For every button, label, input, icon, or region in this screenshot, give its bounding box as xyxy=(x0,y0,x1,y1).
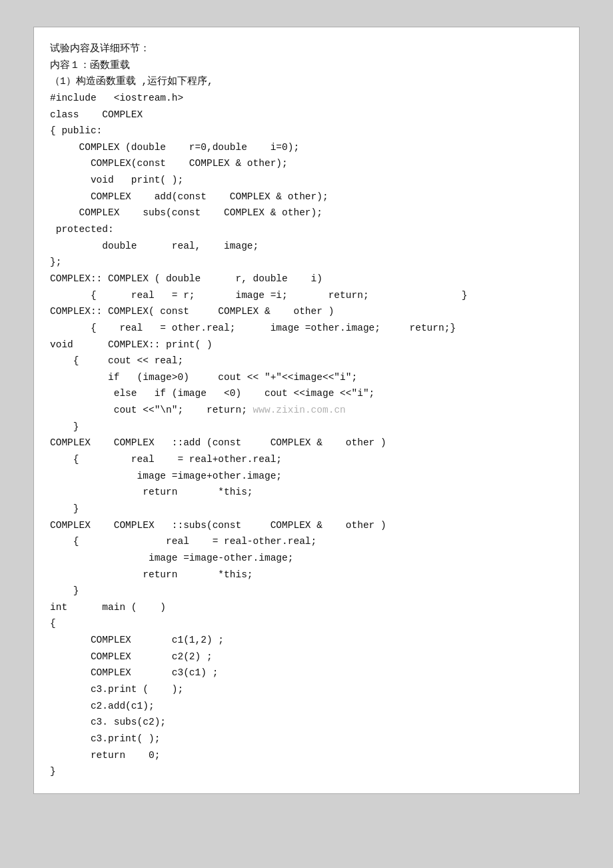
watermark-text: www.zixin.com.cn xyxy=(253,405,346,415)
code-block: 试验内容及详细环节： 内容１：函数重载 （1）构造函数重载 ,运行如下程序, #… xyxy=(50,41,563,780)
code-container: 试验内容及详细环节： 内容１：函数重载 （1）构造函数重载 ,运行如下程序, #… xyxy=(33,27,580,794)
